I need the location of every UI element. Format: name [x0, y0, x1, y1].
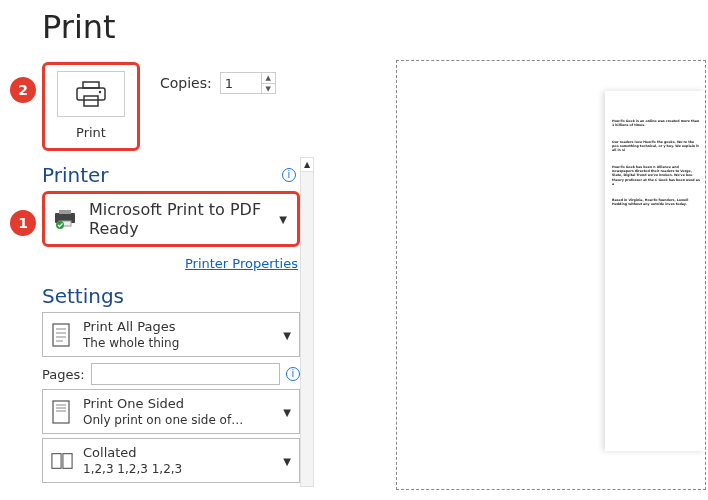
- annotation-badge-2: 2: [10, 77, 36, 103]
- copies-spin-up[interactable]: ▲: [261, 73, 275, 83]
- preview-paragraph: Our readers love How-To the geeks. We're…: [612, 140, 701, 153]
- printer-name: Microsoft Print to PDF: [89, 200, 261, 219]
- collate-icon: [51, 448, 73, 474]
- svg-point-3: [99, 91, 101, 93]
- page-title: Print: [42, 8, 300, 46]
- collate-sub: 1,2,3 1,2,3 1,2,3: [83, 462, 182, 476]
- info-icon[interactable]: i: [286, 367, 300, 381]
- preview-paragraph: Based in Virginia, How-To founders, Lowe…: [612, 198, 701, 207]
- preview-page-boundary: How-To Geek is an online was created mor…: [396, 60, 706, 490]
- copies-spin-down[interactable]: ▼: [261, 83, 275, 93]
- copies-value: 1: [221, 76, 261, 91]
- preview-document: How-To Geek is an online was created mor…: [605, 91, 705, 451]
- preview-paragraph: How-To Geek is an online was created mor…: [612, 119, 701, 128]
- copies-label: Copies:: [160, 75, 212, 91]
- chevron-down-icon: ▼: [283, 329, 291, 340]
- copies-input[interactable]: 1 ▲ ▼: [220, 72, 276, 94]
- printer-device-icon: [53, 209, 79, 229]
- sides-sub: Only print on one side of…: [83, 413, 243, 427]
- svg-rect-18: [63, 453, 72, 468]
- sides-label: Print One Sided: [83, 396, 243, 411]
- svg-rect-17: [52, 453, 61, 468]
- pages-range-sub: The whole thing: [83, 336, 179, 350]
- svg-rect-1: [77, 88, 105, 100]
- svg-rect-0: [83, 82, 99, 88]
- chevron-down-icon: ▼: [279, 214, 287, 225]
- svg-point-7: [56, 221, 64, 229]
- chevron-down-icon: ▼: [283, 455, 291, 466]
- collate-label: Collated: [83, 445, 182, 460]
- collate-selector[interactable]: Collated 1,2,3 1,2,3 1,2,3 ▼: [42, 438, 300, 483]
- sides-selector[interactable]: Print One Sided Only print on one side o…: [42, 389, 300, 434]
- pages-label: Pages:: [42, 367, 85, 382]
- svg-rect-8: [53, 324, 69, 346]
- printer-selector[interactable]: Microsoft Print to PDF Ready ▼: [42, 191, 300, 247]
- settings-title: Settings: [42, 284, 300, 308]
- svg-rect-13: [53, 401, 69, 423]
- page-icon: [51, 322, 73, 348]
- chevron-down-icon: ▼: [283, 406, 291, 417]
- printer-properties-link[interactable]: Printer Properties: [185, 256, 298, 271]
- printer-icon: [74, 80, 108, 108]
- printer-status: Ready: [89, 219, 261, 238]
- preview-paragraph: How-To Geek has been n Alliance and news…: [612, 165, 701, 187]
- print-button[interactable]: Print: [42, 62, 140, 151]
- printer-section-title: Printer: [42, 163, 109, 187]
- pages-range-selector[interactable]: Print All Pages The whole thing ▼: [42, 312, 300, 357]
- print-preview-pane: How-To Geek is an online was created mor…: [300, 0, 708, 500]
- one-sided-icon: [51, 399, 73, 425]
- print-button-label: Print: [76, 125, 106, 140]
- info-icon[interactable]: i: [282, 168, 296, 182]
- pages-input[interactable]: [91, 363, 280, 385]
- pages-range-label: Print All Pages: [83, 319, 179, 334]
- svg-rect-2: [84, 96, 98, 106]
- annotation-badge-1: 1: [10, 210, 36, 236]
- svg-rect-5: [59, 210, 71, 214]
